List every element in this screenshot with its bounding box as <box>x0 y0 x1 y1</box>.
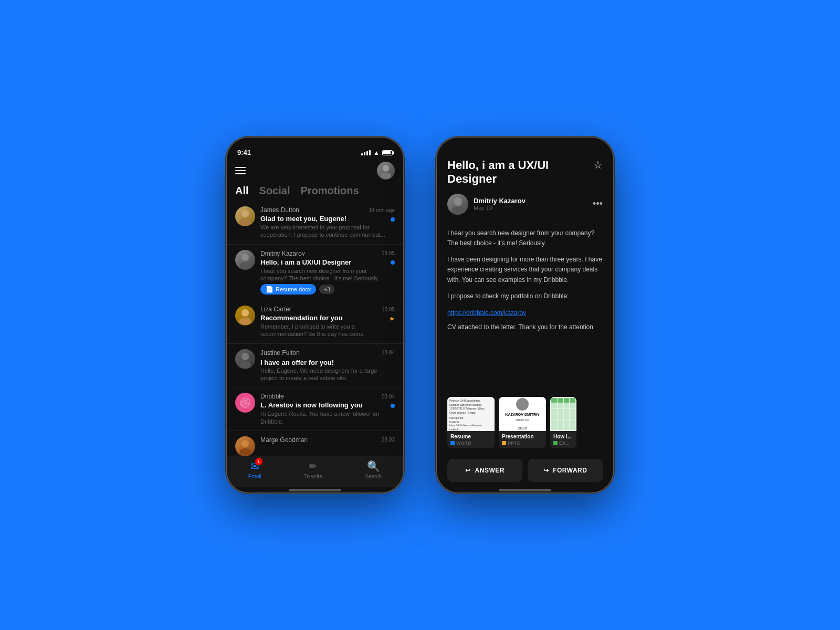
hamburger-icon[interactable] <box>235 167 246 174</box>
home-indicator-1 <box>289 489 341 491</box>
email-preview-5: Hi Eugene Reuka, You have a new follower… <box>260 410 395 425</box>
email-preview-2: I hear you search new designer from your… <box>260 267 395 282</box>
email-preview-1: We are very interested in your proposal … <box>260 224 395 239</box>
email-subject-1: Glad to meet you, Eugene! <box>260 215 391 223</box>
email-item-3[interactable]: Liza Carter 10.05 Recommendation for you… <box>227 300 403 344</box>
email-time-5: 03.04 <box>382 394 395 400</box>
body-para-4: CV attached to the letter. Thank you for… <box>447 322 603 332</box>
nav-search-label: Search <box>365 474 382 479</box>
star-icon-3[interactable]: ★ <box>389 315 395 322</box>
status-bar-1: 9:41 ▲ <box>227 138 403 159</box>
email-item-4[interactable]: Justine Fulton 18.04 I have an offer for… <box>227 344 403 388</box>
attachments-grid: Резюме UX/UI дизайнера Казаров Дмитрий К… <box>447 397 603 448</box>
star-outline-icon[interactable]: ☆ <box>593 159 603 171</box>
tab-social[interactable]: Social <box>259 185 290 197</box>
email-content-5: Dribbble 03.04 L. Arestov is now followi… <box>260 393 395 425</box>
attachment-badge-2[interactable]: 📄 Resume.docx <box>260 284 316 295</box>
email-subject-2: Hello, i am a UX/UI Designer <box>260 258 391 266</box>
search-nav-icon: 🔍 <box>367 460 380 472</box>
body-para-3: I propose to check my portfolio on Dribb… <box>447 291 603 301</box>
spreadsheet-thumb <box>550 397 576 431</box>
nav-search[interactable]: 🔍 Search <box>365 460 382 479</box>
email-content-4: Justine Fulton 18.04 I have an offer for… <box>260 349 395 382</box>
signal-icon <box>361 150 371 155</box>
email-badge: 1 <box>255 458 262 465</box>
avatar-dribbble <box>235 393 255 413</box>
resume-name: Resume <box>450 434 491 439</box>
nav-email[interactable]: ✉ 1 Email <box>248 460 261 479</box>
avatar-dmitriy-kazarov <box>235 250 255 270</box>
email-item-1[interactable]: James Dutton 14 min ago Glad to meet you… <box>227 201 403 245</box>
email-subject-5: L. Arestov is now following you <box>260 401 391 409</box>
forward-icon: ↪ <box>543 467 549 474</box>
email-header <box>227 159 403 183</box>
email-item-5[interactable]: Dribbble 03.04 L. Arestov is now followi… <box>227 387 403 431</box>
email-content-3: Liza Carter 10.05 Recommendation for you… <box>260 306 395 338</box>
sender-date: May 19 <box>474 205 587 211</box>
more-options-icon[interactable]: ••• <box>593 198 603 209</box>
svg-point-12 <box>239 448 251 456</box>
email-time-3: 10.05 <box>382 307 395 312</box>
email-subject-4: I have an offer for you! <box>260 359 334 366</box>
email-sender-6: Marge Goodman <box>260 436 308 444</box>
battery-icon <box>382 150 393 155</box>
svg-point-3 <box>239 218 251 226</box>
nav-write[interactable]: ✏ To write <box>304 460 322 479</box>
email-list: James Dutton 14 min ago Glad to meet you… <box>227 201 403 456</box>
svg-point-1 <box>381 173 391 180</box>
tab-promotions[interactable]: Promotions <box>300 185 359 197</box>
answer-icon: ↩ <box>465 467 471 474</box>
email-nav-icon: ✉ 1 <box>250 460 259 472</box>
attachment-row-2: 📄 Resume.docx +3 <box>260 284 395 295</box>
presentation-info: Presentation PPTX <box>499 431 546 448</box>
email-sender-2: Dmitriy Kazarov <box>260 250 305 257</box>
attachment-more-2: +3 <box>319 285 334 294</box>
email-preview-3: Remember, I promised to write you a reco… <box>260 323 395 338</box>
attachment-spreadsheet[interactable]: How i... EX... <box>550 397 576 448</box>
spreadsheet-info: How i... EX... <box>550 431 576 448</box>
sender-row: Dmitriy Kazarov May 19 ••• <box>447 194 603 215</box>
attachment-resume[interactable]: Резюме UX/UI дизайнера Казаров Дмитрий К… <box>447 397 495 448</box>
status-time-1: 9:41 <box>237 149 251 156</box>
forward-button[interactable]: ↪ FORWARD <box>528 459 603 482</box>
presentation-thumb: KAZAROV DMITRIY ABOUT ME 2020 <box>499 397 546 431</box>
email-time-1: 14 min ago <box>369 207 395 213</box>
avatar-justine-fulton <box>235 349 255 369</box>
attachment-presentation[interactable]: KAZAROV DMITRIY ABOUT ME 2020 Presentati… <box>499 397 546 448</box>
answer-button[interactable]: ↩ ANSWER <box>447 459 522 482</box>
svg-point-6 <box>242 309 249 317</box>
nav-write-label: To write <box>304 474 322 479</box>
user-avatar[interactable] <box>377 162 395 180</box>
svg-point-11 <box>242 440 249 447</box>
email-time-2: 19.05 <box>382 250 395 256</box>
sender-avatar-detail <box>447 194 468 215</box>
phone-1: 9:41 ▲ <box>226 136 404 494</box>
avatar-liza-carter <box>235 306 255 326</box>
avatar-james-dutton <box>235 206 255 226</box>
spreadsheet-name: How i... <box>553 434 573 439</box>
svg-point-13 <box>454 197 462 206</box>
email-sender-3: Liza Carter <box>260 306 291 313</box>
nav-email-label: Email <box>248 474 261 479</box>
portfolio-link[interactable]: https://dribbble.com/kazarov <box>447 309 526 317</box>
email-item-2[interactable]: Dmitriy Kazarov 19.05 Hello, i am a UX/U… <box>227 245 403 301</box>
svg-point-9 <box>239 361 251 369</box>
wifi-icon: ▲ <box>373 149 380 156</box>
email-content-1: James Dutton 14 min ago Glad to meet you… <box>260 206 395 239</box>
svg-point-14 <box>452 206 464 215</box>
email-body: I hear you search new designer from your… <box>437 228 613 392</box>
svg-point-4 <box>242 254 249 261</box>
svg-point-8 <box>242 353 249 360</box>
resume-thumb: Резюме UX/UI дизайнера Казаров Дмитрий К… <box>447 397 495 431</box>
presentation-name: Presentation <box>502 434 543 439</box>
tab-all[interactable]: All <box>235 185 249 197</box>
email-preview-4: Hello, Eugene. We need designers for a l… <box>260 367 395 382</box>
email-item-6[interactable]: Marge Goodman 28.03 <box>227 431 403 456</box>
status-icons: ▲ <box>361 149 393 156</box>
email-content-2: Dmitriy Kazarov 19.05 Hello, i am a UX/U… <box>260 250 395 295</box>
email-tabs: All Social Promotions <box>227 183 403 201</box>
svg-point-5 <box>239 262 251 269</box>
body-para-2: I have been designing for more than thre… <box>447 255 603 285</box>
sender-info: Dmitriy Kazarov May 19 <box>474 197 587 211</box>
phone-2: Hello, i am a UX/UI Designer ☆ Dmitriy K… <box>436 136 614 494</box>
